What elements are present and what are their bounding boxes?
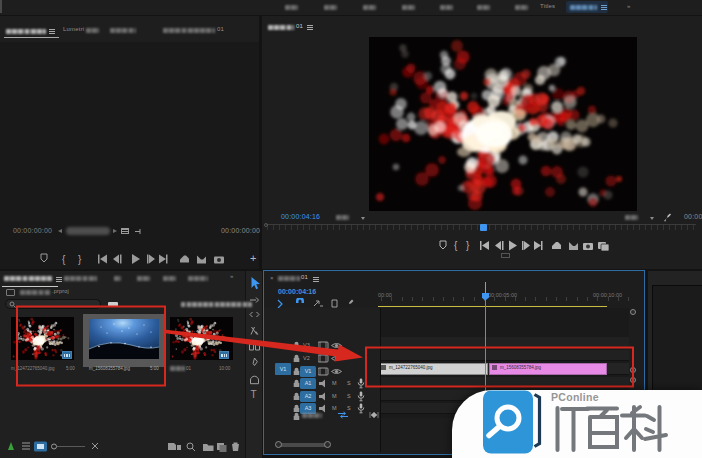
svg-text:{: { [454, 240, 458, 251]
svg-text:}: } [78, 254, 82, 265]
svg-text:}: } [466, 240, 470, 251]
svg-text:PConline: PConline [551, 391, 599, 403]
svg-text:T: T [251, 389, 257, 400]
svg-text:{: { [62, 254, 66, 265]
